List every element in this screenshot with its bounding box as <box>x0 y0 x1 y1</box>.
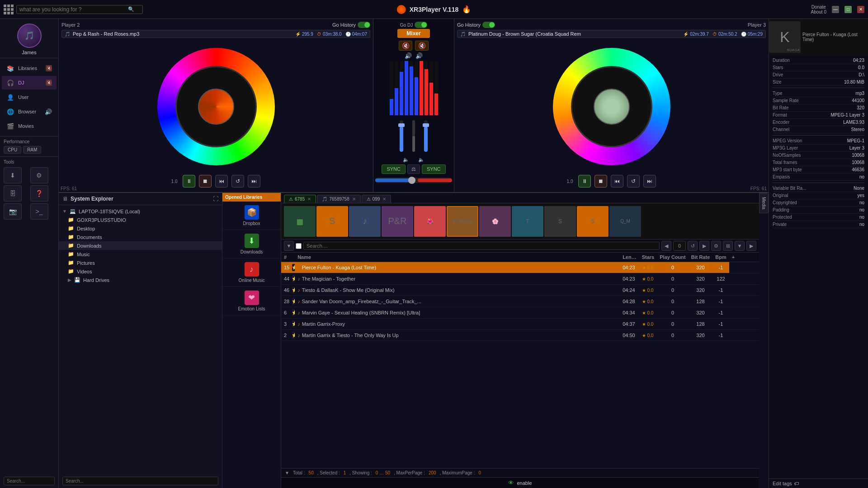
database-tool-btn[interactable]: 🗄 <box>4 185 22 202</box>
table-row[interactable]: 6 ⭐ ▶ 🛒 + ⚑ ♪Marvin Gaye - Sexual Healin… <box>281 307 759 319</box>
enable-label[interactable]: enable <box>517 480 532 486</box>
album-thumb-3[interactable]: ♪ <box>349 206 381 237</box>
track-fav-btn[interactable]: ⭐ <box>292 286 295 294</box>
mute-btn-left[interactable]: 🔇 <box>399 41 412 51</box>
tree-node-harddrives[interactable]: ▶ 💾 Hard Drives <box>59 276 222 284</box>
sidebar-item-browser[interactable]: 🌐 Browser 🔊 <box>2 105 57 118</box>
album-thumb-11[interactable]: Q_M <box>609 206 641 237</box>
prev-btn-right[interactable]: ⏮ <box>611 175 623 188</box>
loop-btn-left[interactable]: ↺ <box>231 175 244 188</box>
global-search-input[interactable] <box>19 6 128 13</box>
go-history-left-toggle[interactable] <box>358 22 370 28</box>
tab-3[interactable]: ⚠ 099 ✕ <box>362 195 392 203</box>
prev-btn-left[interactable]: ⏮ <box>215 175 228 188</box>
download-tool-btn[interactable]: ⬇ <box>4 167 22 183</box>
sidebar-search-input[interactable] <box>4 477 55 485</box>
prev-page-btn[interactable]: ◀ <box>661 241 671 251</box>
tree-node-documents[interactable]: 📁 Documents <box>59 233 222 241</box>
cpu-button[interactable]: CPU <box>4 146 21 154</box>
balance-btn[interactable]: ⚖ <box>407 164 420 174</box>
tree-expand-btn[interactable]: ⛶ <box>213 196 218 202</box>
go-history-right-toggle[interactable] <box>482 22 495 28</box>
vol-knob-left[interactable] <box>398 123 405 127</box>
tree-node-videos[interactable]: 📁 Videos <box>59 267 222 276</box>
sidebar-item-user[interactable]: 👤 User <box>2 90 57 104</box>
sync-btn-right[interactable]: SYNC <box>422 164 446 174</box>
close-button[interactable]: ✕ <box>857 6 864 13</box>
vol-fader-mid[interactable] <box>412 120 415 152</box>
refresh-btn[interactable]: ↺ <box>688 241 698 251</box>
album-thumb-7[interactable]: 🌸 <box>479 206 511 237</box>
track-fav-btn[interactable]: ⭐ <box>292 298 295 305</box>
source-item-emotion[interactable]: ❤ Emotion Lists <box>222 287 281 315</box>
tree-node-music[interactable]: 📁 Music <box>59 250 222 258</box>
global-search-box[interactable]: 🔍 <box>16 5 143 14</box>
sidebar-item-dj[interactable]: 🎧 DJ 🔇 <box>2 76 57 89</box>
maximize-button[interactable]: □ <box>844 6 852 13</box>
terminal-tool-btn[interactable]: >_ <box>30 203 48 220</box>
tree-node-root[interactable]: ▼ 💻 LAPTOP-18TSIQVE (Local) <box>59 207 222 216</box>
track-fav-btn[interactable]: ⭐ <box>292 332 295 339</box>
col-bitrate[interactable]: Bit Rate <box>689 253 713 262</box>
cf-knob[interactable] <box>408 177 415 184</box>
more-btn[interactable]: ▼ <box>735 241 745 251</box>
edit-tags-button[interactable]: Edit tags 🏷 <box>769 479 868 488</box>
tab-close-1[interactable]: ✕ <box>307 197 311 202</box>
track-fav-btn[interactable]: ⭐ <box>292 275 295 282</box>
go-dj-toggle[interactable] <box>415 22 427 28</box>
col-stars[interactable]: Stars <box>639 253 657 262</box>
ram-button[interactable]: RAM <box>23 146 41 154</box>
album-thumb-9[interactable]: S <box>544 206 576 237</box>
next-btn-right[interactable]: ⏭ <box>643 175 656 188</box>
loop-btn-right[interactable]: ↺ <box>627 175 640 188</box>
sync-btn-left[interactable]: SYNC <box>382 164 406 174</box>
tree-node-downloads[interactable]: 📁 Downloads <box>59 241 222 250</box>
col-plays[interactable]: Play Count <box>657 253 688 262</box>
media-tab[interactable]: Media <box>759 193 769 213</box>
table-row[interactable]: 46 ⭐ ▶ 🛒 + ⚑ ♪Tiesto & DallasK - Show Me… <box>281 285 759 296</box>
col-name[interactable]: Name <box>295 253 620 262</box>
select-all-checkbox[interactable] <box>296 243 302 249</box>
track-fav-btn[interactable]: ⭐ <box>292 309 295 316</box>
grid-view-btn[interactable]: ⊞ <box>723 241 733 251</box>
source-item-downloads[interactable]: ⬇ Downloads <box>222 230 281 258</box>
pause-btn-left[interactable]: ⏸ <box>183 175 195 188</box>
tree-node-desktop[interactable]: 📁 Desktop <box>59 224 222 233</box>
album-thumb-1[interactable]: ◼ <box>284 206 316 237</box>
source-item-online[interactable]: ♪ Online Music <box>222 258 281 287</box>
collapse-btn[interactable]: ▼ <box>284 241 294 251</box>
track-fav-btn[interactable]: ⭐ <box>292 320 295 328</box>
table-row[interactable]: 44 ⭐ ▶ 🛒 + ⚑ ♪The Magician - Together 04… <box>281 273 759 285</box>
tree-search-input[interactable] <box>62 477 218 485</box>
settings-tool-btn[interactable]: ⚙ <box>30 167 48 183</box>
scroll-right-btn[interactable]: ▶ <box>746 241 756 251</box>
go-history-right[interactable]: Go History <box>457 22 495 28</box>
dj-mute[interactable]: 🔇 <box>46 80 52 86</box>
album-thumb-6[interactable]: KUAGA <box>447 206 478 237</box>
libraries-mute[interactable]: 🔇 <box>46 65 52 71</box>
next-btn-left[interactable]: ⏭ <box>248 175 260 188</box>
tree-node-pictures[interactable]: 📁 Pictures <box>59 258 222 267</box>
col-bpm[interactable]: Bpm <box>712 253 729 262</box>
search-tracks-input[interactable] <box>303 242 660 250</box>
sidebar-search[interactable] <box>0 474 58 488</box>
go-history-left[interactable]: Go History <box>332 22 370 28</box>
minimize-button[interactable]: — <box>832 6 839 13</box>
pause-btn-right[interactable]: ⏸ <box>578 175 591 188</box>
album-thumb-8[interactable]: T <box>512 206 543 237</box>
tab-1[interactable]: ⚠ 6785 ✕ <box>284 195 316 203</box>
camera-tool-btn[interactable]: 📷 <box>4 203 22 220</box>
stop-btn-right[interactable]: ⏹ <box>594 175 607 188</box>
tab-close-3[interactable]: ✕ <box>382 197 386 202</box>
vol-knob-right[interactable] <box>423 123 429 127</box>
crossfader[interactable] <box>375 178 452 183</box>
col-add[interactable]: + <box>729 253 759 262</box>
sidebar-item-libraries[interactable]: 📚 Libraries 🔇 <box>2 61 57 75</box>
vol-fader-right[interactable] <box>424 120 428 152</box>
sidebar-item-movies[interactable]: 🎬 Movies <box>2 119 57 133</box>
source-item-dropbox[interactable]: 📦 Dropbox <box>222 202 281 230</box>
tab-2[interactable]: 🎵 76589758 ✕ <box>317 195 361 203</box>
album-thumb-2[interactable]: S <box>316 206 348 237</box>
help-tool-btn[interactable]: ❓ <box>30 185 48 202</box>
tree-search-box[interactable] <box>59 474 222 488</box>
